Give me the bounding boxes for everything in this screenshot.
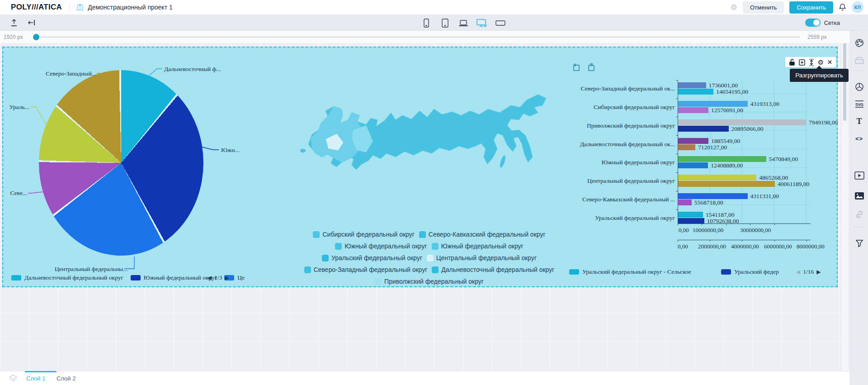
notifications-bell-icon[interactable] bbox=[839, 3, 846, 11]
map-legend-item[interactable]: Южный федеральный округ bbox=[335, 242, 427, 250]
map-legend-item[interactable]: Центральный федеральный округ bbox=[427, 254, 537, 261]
bar[interactable] bbox=[678, 175, 756, 181]
bar-category-label: Южный федеральный округ bbox=[564, 159, 675, 166]
bar-legend-prev-icon[interactable]: ◀ bbox=[796, 269, 800, 276]
pie-legend-item[interactable]: Дальневосточный федеральный округ bbox=[11, 274, 123, 281]
canvas-scrollbar-thumb[interactable] bbox=[843, 43, 846, 121]
bar-value-label: 5568718,00 bbox=[694, 199, 723, 206]
palette-icon[interactable] bbox=[854, 38, 865, 48]
pie-chart[interactable] bbox=[39, 70, 203, 256]
axis-tick-label: 30000000,00 bbox=[740, 227, 771, 234]
pie-slice-label: Южн... bbox=[221, 147, 240, 154]
bar-value-label: 20895066,00 bbox=[731, 125, 764, 133]
map-legend-row: Приволжский федеральный округ bbox=[295, 276, 564, 287]
svg-icon[interactable]: SVG bbox=[854, 99, 865, 109]
legend-swatch bbox=[419, 231, 426, 238]
bar[interactable] bbox=[678, 181, 775, 187]
bar[interactable] bbox=[678, 212, 703, 218]
russia-map[interactable] bbox=[298, 57, 561, 220]
upload-icon[interactable] bbox=[10, 18, 18, 27]
code-icon[interactable]: <> bbox=[854, 133, 865, 144]
pie-legend-next-icon[interactable]: ▶ bbox=[225, 275, 229, 281]
bar-value-label: 12570091,00 bbox=[711, 107, 743, 114]
map-legend-item[interactable]: Северо-Кавказский федеральный округ bbox=[419, 231, 546, 238]
map-legend-item[interactable]: Приволжский федеральный округ bbox=[375, 278, 484, 285]
rotate-back-icon[interactable] bbox=[586, 62, 596, 72]
bar-legend-item[interactable]: Уральский федер bbox=[721, 268, 779, 276]
selected-widget-group[interactable]: Дальневосточный ф... Северо-Западный... … bbox=[2, 47, 838, 287]
device-phone-icon[interactable] bbox=[420, 18, 432, 29]
bar-legend-page: 1/16 bbox=[803, 268, 814, 276]
bar-legend-next-icon[interactable]: ▶ bbox=[816, 269, 821, 276]
canvas-scrollbar[interactable] bbox=[842, 43, 848, 371]
project-title: Демонстрационный проект 1 bbox=[88, 4, 173, 11]
widget-control-bar: ⚙ ✕ bbox=[785, 57, 836, 67]
map-legend: Сибирский федеральный округСеверо-Кавказ… bbox=[295, 228, 564, 287]
device-widescreen-icon[interactable] bbox=[495, 18, 506, 29]
map-panel[interactable]: Сибирский федеральный округСеверо-Кавказ… bbox=[295, 48, 564, 286]
grid-toggle[interactable] bbox=[805, 19, 821, 27]
map-legend-item[interactable]: Дальневосточный федеральный округ bbox=[432, 266, 554, 273]
map-legend-item[interactable]: Северо-Западный федеральный округ bbox=[304, 266, 428, 273]
bar[interactable] bbox=[678, 82, 706, 88]
bar[interactable] bbox=[678, 107, 708, 113]
bar[interactable] bbox=[678, 138, 708, 144]
pie-legend-prev-icon[interactable]: ◀ bbox=[208, 275, 212, 281]
text-icon[interactable]: T bbox=[854, 116, 865, 127]
bar-chart-panel[interactable]: Северо-Западный федеральный ок...1736001… bbox=[564, 48, 838, 286]
bar-value-label: 7949198,00 bbox=[809, 119, 838, 126]
bar-legend-pager: ◀ 1/16 ▶ bbox=[796, 268, 821, 276]
widget-close-icon[interactable]: ✕ bbox=[827, 59, 832, 66]
width-slider-track[interactable] bbox=[34, 36, 800, 38]
bar-category-label: Северо-Западный федеральный ок... bbox=[564, 85, 675, 92]
map-legend-item[interactable]: Уральский федеральный округ bbox=[322, 254, 422, 261]
bar[interactable] bbox=[678, 200, 692, 205]
chart-pie-icon[interactable] bbox=[854, 81, 865, 92]
unlock-icon[interactable] bbox=[789, 59, 795, 66]
legend-label: Приволжский федеральный округ bbox=[384, 278, 484, 285]
bar[interactable] bbox=[678, 162, 708, 168]
save-button[interactable]: Сохранить bbox=[789, 1, 833, 14]
map-legend-item[interactable]: Сибирский федеральный округ bbox=[313, 231, 414, 238]
axis-tick-label: 10000000,00 bbox=[693, 227, 723, 234]
filter-icon[interactable] bbox=[854, 238, 865, 249]
bar-category-label: Северо-Кавказский федеральный ... bbox=[564, 196, 675, 203]
bar[interactable] bbox=[678, 144, 695, 150]
add-widget-icon[interactable] bbox=[799, 59, 805, 66]
bar[interactable] bbox=[678, 119, 806, 125]
map-legend-item[interactable]: Южный федеральный округ bbox=[432, 242, 524, 250]
width-slider-knob[interactable] bbox=[33, 34, 39, 40]
bar[interactable] bbox=[678, 156, 766, 162]
link-icon bbox=[854, 209, 865, 220]
map-scale-icon[interactable] bbox=[572, 62, 582, 72]
bar[interactable] bbox=[678, 193, 748, 199]
bar[interactable] bbox=[678, 89, 713, 95]
pie-chart-panel[interactable]: Дальневосточный ф... Северо-Западный... … bbox=[3, 48, 295, 286]
device-tablet-icon[interactable] bbox=[439, 18, 451, 29]
bar-x-axis bbox=[678, 240, 811, 240]
dashboard-canvas[interactable]: Дальневосточный ф... Северо-Западный... … bbox=[0, 43, 850, 371]
bar[interactable] bbox=[678, 101, 748, 107]
bar[interactable] bbox=[678, 126, 729, 132]
tab-layer-2[interactable]: Слой 2 bbox=[57, 375, 75, 382]
collapse-left-icon[interactable] bbox=[27, 18, 36, 27]
device-laptop-icon[interactable] bbox=[458, 18, 469, 29]
widget-settings-gear-icon[interactable]: ⚙ bbox=[818, 59, 824, 66]
axis-tick-label: 8000000,00 bbox=[797, 243, 825, 250]
settings-gear-icon[interactable]: ⚙ bbox=[731, 4, 737, 11]
avatar[interactable]: КЛ bbox=[852, 1, 863, 13]
pie-legend-item[interactable]: Южный федеральный округ bbox=[131, 274, 217, 281]
cancel-button[interactable]: Отменить bbox=[743, 1, 784, 14]
video-icon[interactable] bbox=[854, 170, 865, 181]
ungroup-icon[interactable] bbox=[809, 59, 814, 66]
map-legend-row: Южный федеральный округЮжный федеральный… bbox=[295, 240, 564, 252]
image-icon[interactable] bbox=[854, 190, 865, 201]
bar-legend-item[interactable]: Уральский федеральный округ - Сельское bbox=[569, 268, 691, 276]
bar-value-label: 7120127,00 bbox=[698, 144, 727, 151]
legend-label: Дальневосточный федеральный округ bbox=[441, 266, 554, 273]
pie-slice-label: Ураль... bbox=[8, 104, 29, 111]
device-desktop-icon-selected[interactable] bbox=[476, 18, 488, 29]
tab-layer-1[interactable]: Слой 1 bbox=[26, 375, 45, 382]
editor-toolbar: Сетка bbox=[0, 15, 868, 31]
right-sidebar: SVG T <> bbox=[850, 31, 868, 385]
